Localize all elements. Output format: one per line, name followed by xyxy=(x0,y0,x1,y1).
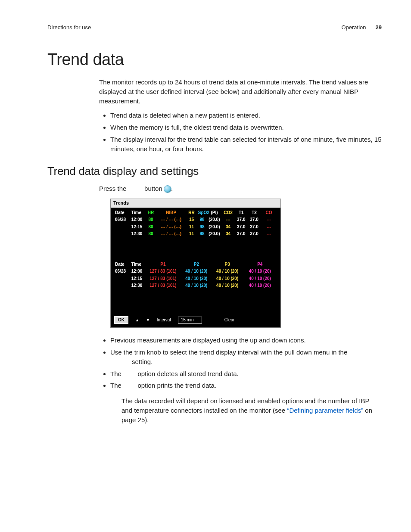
section-heading: Trend data display and settings xyxy=(47,165,382,178)
trends-screenshot: Trends Date Time HR NIBP RR xyxy=(110,199,281,328)
table-row: 06/2812:00127 / 83 (101)40 / 10 (20)40 /… xyxy=(114,268,277,275)
list-item: Use the trim knob to select the trend di… xyxy=(110,348,382,367)
intro-paragraph: The monitor records up to 24 hours of tr… xyxy=(99,78,382,106)
down-icon[interactable]: ▼ xyxy=(146,317,150,323)
trends-bottom-bar: OK ▲ ▼ Interval 15 min Clear xyxy=(111,314,280,328)
list-item: Trend data is deleted when a new patient… xyxy=(110,111,382,120)
ok-button[interactable]: OK xyxy=(114,316,128,324)
note-paragraph: The data recorded will depend on license… xyxy=(121,396,382,424)
table-row: 12:15127 / 83 (101)40 / 10 (20)40 / 10 (… xyxy=(114,275,277,283)
table-header-row: Date Time HR NIBP RR SpO2 (PI) CO2 T1 T2… xyxy=(114,209,277,217)
list-item: The option deletes all stored trend data… xyxy=(110,369,382,379)
doc-title: Directions for use xyxy=(47,24,91,31)
list-item: Previous measurements are displayed usin… xyxy=(110,336,382,345)
list-item: The display interval for the trend table… xyxy=(110,135,382,154)
table-row: 12:30127 / 83 (101)40 / 10 (20)40 / 10 (… xyxy=(114,282,277,289)
running-header: Directions for use Operation 29 xyxy=(47,24,382,31)
page-number: 29 xyxy=(376,24,382,31)
table-row: 12:1580--- / --- (---)1198(20.0)3437.037… xyxy=(114,224,277,231)
defining-parameter-fields-link[interactable]: “Defining parameter fields” xyxy=(287,407,363,414)
list-item: When the memory is full, the oldest tren… xyxy=(110,123,382,132)
interval-select[interactable]: 15 min xyxy=(178,317,202,324)
list-item: The option prints the trend data. xyxy=(110,381,382,390)
table-header-row: Date Time P1 P2 P3 P4 xyxy=(114,261,277,268)
trends-table-1: Date Time HR NIBP RR SpO2 (PI) CO2 T1 T2… xyxy=(114,209,277,238)
trends-table-2: Date Time P1 P2 P3 P4 06/2812:00127 / 83… xyxy=(114,261,277,289)
interval-label: Interval xyxy=(157,317,171,324)
window-title: Trends xyxy=(111,199,280,208)
up-icon[interactable]: ▲ xyxy=(135,317,139,323)
press-line: Press the button . xyxy=(99,184,382,193)
table-row: 12:3080--- / --- (---)1198(20.0)3437.037… xyxy=(114,230,277,238)
table-row: 06/2812:0080--- / --- (---)1598(20.0)---… xyxy=(114,216,277,224)
post-bullets: Previous measurements are displayed usin… xyxy=(99,336,382,390)
section-name: Operation xyxy=(341,24,366,31)
intro-bullets: Trend data is deleted when a new patient… xyxy=(99,111,382,153)
page-title: Trend data xyxy=(47,50,382,69)
clear-button[interactable]: Clear xyxy=(224,317,235,324)
trends-button-icon xyxy=(164,186,171,193)
